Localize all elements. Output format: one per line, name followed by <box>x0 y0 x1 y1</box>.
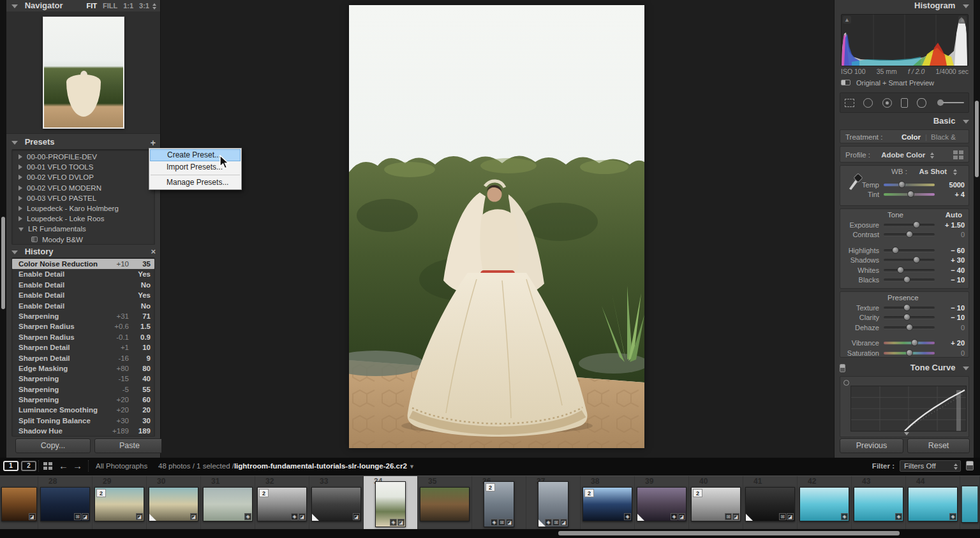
stack-count-badge[interactable]: 2 <box>584 489 594 497</box>
slider-thumb[interactable] <box>897 266 904 273</box>
history-step-sharpen-detail[interactable]: Sharpen Detail+110 <box>12 342 154 353</box>
histogram-graph[interactable]: ▲ ▲ <box>841 14 969 66</box>
filmstrip-thumbnail[interactable]: ◈ <box>854 487 903 521</box>
collapse-triangle-icon[interactable] <box>11 4 18 8</box>
filter-toggle-switch-icon[interactable] <box>966 461 974 470</box>
adj-badge-icon[interactable]: ◪ <box>82 513 89 520</box>
main-window-button[interactable]: 1 <box>3 461 19 471</box>
navigator-zoom-fit[interactable]: FIT <box>86 2 97 10</box>
adj-badge-icon[interactable]: ◪ <box>299 513 306 520</box>
histogram-header[interactable]: Histogram <box>835 0 974 11</box>
history-step-enable-detail[interactable]: Enable DetailYes <box>12 290 154 300</box>
filmstrip-thumbnail[interactable]: 2◈⊞◪ <box>484 481 514 527</box>
adj-badge-icon[interactable]: ◪ <box>397 519 405 526</box>
slider-track-tint[interactable] <box>884 193 935 196</box>
adj-badge-icon[interactable]: ◪ <box>787 513 794 520</box>
menu-item-manage-presets-[interactable]: Manage Presets... <box>150 177 241 189</box>
disclosure-triangle-icon[interactable] <box>19 175 22 180</box>
second-window-button[interactable]: 2 <box>21 461 36 471</box>
diamond-badge-icon[interactable]: ◈ <box>949 513 956 520</box>
adj-badge-icon[interactable]: ◪ <box>678 513 685 520</box>
history-step-shadow-hue[interactable]: Shadow Hue+189189 <box>12 426 154 436</box>
navigator-zoom-1-1[interactable]: 1:1 <box>123 2 133 10</box>
navigator-zoom-stepper-icon[interactable] <box>152 3 156 10</box>
slider-track-contrast[interactable] <box>884 233 935 236</box>
slider-thumb[interactable] <box>892 247 899 254</box>
next-photo-arrow-icon[interactable]: → <box>73 460 82 471</box>
adj-badge-icon[interactable]: ◪ <box>732 513 739 520</box>
adj-badge-icon[interactable]: ◪ <box>136 513 143 520</box>
history-step-sharpening[interactable]: Sharpening+3171 <box>12 311 154 321</box>
preset-group-00-02-vflo-modern[interactable]: 00-02 VFLO MODERN <box>12 183 154 193</box>
profile-browser-icon[interactable] <box>953 150 963 159</box>
auto-tone-button[interactable]: Auto <box>946 211 962 219</box>
stack-count-badge[interactable]: 2 <box>96 489 106 497</box>
filter-dropdown[interactable]: Filters Off <box>900 460 961 472</box>
navigator-zoom-fill[interactable]: FILL <box>103 2 117 10</box>
filmstrip-thumbnail[interactable] <box>420 487 470 521</box>
preset-group-00-00-profile-dev[interactable]: 00-00-PROFILE-DEV <box>12 152 154 162</box>
history-step-edge-masking[interactable]: Edge Masking+8080 <box>12 363 154 374</box>
filmstrip-thumbnail[interactable]: 2⊞◪ <box>691 487 741 521</box>
source-caret-icon[interactable]: ▼ <box>409 463 415 470</box>
slider-track-texture[interactable] <box>884 307 935 309</box>
slider-thumb[interactable] <box>898 181 905 188</box>
filmstrip-cell-37[interactable]: 37◈⊞◪ <box>526 476 581 529</box>
treatment-color-option[interactable]: Color <box>902 130 921 144</box>
crop-overlay-tool-icon[interactable] <box>845 99 854 107</box>
filmstrip-thumbnail[interactable]: ◈⊞◪ <box>538 481 568 527</box>
smart-preview-status[interactable]: Original + Smart Preview <box>841 79 934 87</box>
collapse-triangle-icon[interactable] <box>963 120 969 124</box>
filmstrip-thumbnail[interactable]: ◈ <box>799 487 849 521</box>
preset-group-lr-fundamentals[interactable]: LR Fundamentals <box>12 224 154 234</box>
diamond-badge-icon[interactable]: ◈ <box>491 519 498 526</box>
slider-thumb[interactable] <box>913 256 920 263</box>
filmstrip-thumbnail[interactable]: ◈◪ <box>637 487 687 521</box>
disclosure-triangle-icon[interactable] <box>19 228 24 231</box>
preset-group-00-01-vflo-tools[interactable]: 00-01 VFLO TOOLS <box>12 162 154 172</box>
grid-badge-icon[interactable]: ⊞ <box>74 513 81 520</box>
filmstrip-scrollbar-handle[interactable] <box>558 531 900 535</box>
tone-curve-graph[interactable] <box>850 386 967 432</box>
red-eye-tool-icon[interactable] <box>882 98 892 108</box>
diamond-badge-icon[interactable]: ◈ <box>390 519 397 526</box>
preset-item-moody-b-w[interactable]: Moody B&W <box>12 235 154 245</box>
slider-track-temp[interactable] <box>884 184 935 186</box>
filmstrip-cell-32[interactable]: 322◈◪ <box>255 476 309 529</box>
filmstrip-cell-29[interactable]: 292◪ <box>93 476 147 529</box>
filmstrip-cell-39[interactable]: 39◈◪ <box>635 476 689 529</box>
slider-thumb[interactable] <box>906 349 913 356</box>
preset-group-loupedeck-loke-roos[interactable]: Loupedeck - Loke Roos <box>12 214 154 224</box>
history-step-sharpen-detail[interactable]: Sharpen Detail-169 <box>12 353 154 363</box>
diamond-badge-icon[interactable]: ◈ <box>841 513 848 520</box>
history-step-enable-detail[interactable]: Enable DetailYes <box>12 269 154 279</box>
adj-badge-icon[interactable]: ◪ <box>29 513 36 520</box>
preset-group-00-03-vflo-pastel[interactable]: 00-03 VFLO PASTEL <box>12 193 154 203</box>
disclosure-triangle-icon[interactable] <box>19 185 22 191</box>
reset-button[interactable]: Reset <box>907 439 970 453</box>
filmstrip-cell-36[interactable]: 362◈⊞◪ <box>472 476 526 529</box>
diamond-badge-icon[interactable]: ◈ <box>624 513 631 520</box>
filmstrip-cell-40[interactable]: 402⊞◪ <box>689 476 743 529</box>
profile-value[interactable]: Adobe Color <box>881 151 925 159</box>
copy-button[interactable]: Copy... <box>15 439 91 453</box>
filmstrip-cell-43[interactable]: 43◈ <box>852 476 906 529</box>
disclosure-triangle-icon[interactable] <box>19 206 22 211</box>
slider-thumb[interactable] <box>903 276 910 283</box>
slider-track-shadows[interactable] <box>884 259 935 261</box>
slider-thumb[interactable] <box>913 221 920 228</box>
diamond-badge-icon[interactable]: ◈ <box>671 513 678 520</box>
filmstrip-cell-30[interactable]: 30◪ <box>147 476 201 529</box>
right-panel-scrollbar[interactable] <box>974 0 980 458</box>
collapse-triangle-icon[interactable] <box>11 141 18 145</box>
presets-header[interactable]: Presets + <box>6 136 160 148</box>
photo-count-status[interactable]: 48 photos / 1 selected /lightroom-fundam… <box>158 462 415 470</box>
right-scrollbar-handle[interactable] <box>975 101 979 177</box>
filmstrip-thumbnail[interactable]: ◈◪ <box>375 481 406 527</box>
filmstrip-thumbnail[interactable]: ◈ <box>203 487 253 521</box>
create-preset-plus-button[interactable]: + <box>151 137 156 149</box>
profile-stepper-icon[interactable] <box>930 152 934 159</box>
navigator-preview[interactable] <box>6 11 160 134</box>
slider-thumb[interactable] <box>911 339 918 346</box>
previous-button[interactable]: Previous <box>840 439 903 453</box>
